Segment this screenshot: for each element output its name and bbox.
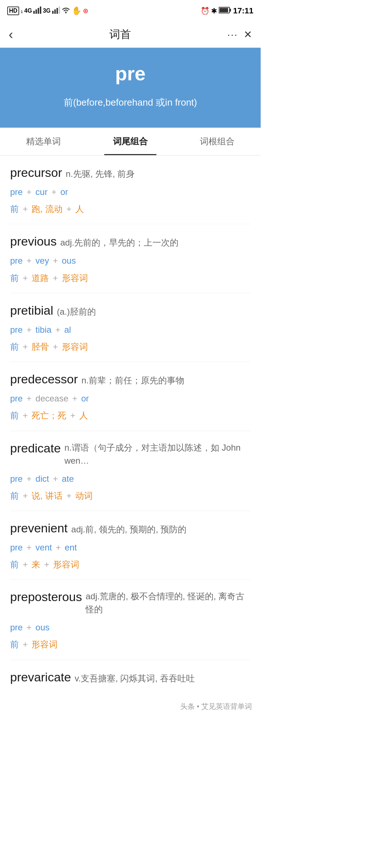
- word-parts: pre + vey + ous: [10, 253, 251, 268]
- svg-rect-4: [52, 11, 54, 14]
- svg-rect-10: [230, 9, 231, 12]
- word-cn: 前 + 来 + 形容词: [10, 557, 251, 572]
- word-parts: pre + cur + or: [10, 184, 251, 200]
- svg-rect-0: [33, 11, 35, 14]
- word-entry-predecessor[interactable]: predecessor n.前辈；前任；原先的事物 pre + decease …: [10, 362, 251, 431]
- status-bar: HD ₁ 4G 3G ✋ ⊛ ⏰ ✱ 17:11: [0, 0, 261, 22]
- word-header: preposterous adj.荒唐的, 极不合情理的, 怪诞的, 离奇古怪的: [10, 590, 251, 616]
- page-title: 词首: [109, 27, 131, 42]
- word-parts: pre + decease + or: [10, 391, 251, 406]
- word-entry-precursor[interactable]: precursor n.先驱, 先锋, 前身 pre + cur + or 前 …: [10, 156, 251, 224]
- word-header: prevenient adj.前, 领先的, 预期的, 预防的: [10, 521, 251, 536]
- network-1-icon: ₁: [21, 8, 23, 14]
- word-entry-prevaricate[interactable]: prevaricate v.支吾搪塞, 闪烁其词, 吞吞吐吐: [10, 660, 251, 696]
- word-parts: pre + tibia + al: [10, 322, 251, 337]
- word-parts: pre + dict + ate: [10, 471, 251, 486]
- huawei-icon: ⊛: [83, 7, 88, 15]
- word-definition: v.支吾搪塞, 闪烁其词, 吞吞吐吐: [75, 672, 195, 685]
- word-header: precursor n.先驱, 先锋, 前身: [10, 166, 251, 180]
- tabs-bar: 精选单词 词尾组合 词根组合: [0, 128, 261, 156]
- word-header: predicate n.谓语（句子成分，对主语加以陈述，如 John wen…: [10, 441, 251, 467]
- word-cn: 前 + 跑, 流动 + 人: [10, 201, 251, 217]
- prefix-display: pre: [7, 62, 253, 85]
- word-cn: 前 + 形容词: [10, 637, 251, 652]
- status-right-icons: ⏰ ✱ 17:11: [201, 6, 253, 16]
- signal-bar-2: [52, 7, 60, 16]
- 3g-icon: 3G: [43, 8, 50, 14]
- word-entry-preposterous[interactable]: preposterous adj.荒唐的, 极不合情理的, 怪诞的, 离奇古怪的…: [10, 580, 251, 660]
- word-definition: adj.先前的，早先的；上一次的: [60, 236, 179, 249]
- svg-point-8: [65, 12, 67, 13]
- svg-rect-6: [56, 8, 58, 14]
- word-header: previous adj.先前的，早先的；上一次的: [10, 234, 251, 249]
- hand-icon: ✋: [72, 6, 81, 16]
- time-display: 17:11: [233, 6, 253, 16]
- word-definition: n.谓语（句子成分，对主语加以陈述，如 John wen…: [64, 441, 251, 467]
- wifi-icon: [62, 7, 70, 16]
- word-entry-prevenient[interactable]: prevenient adj.前, 领先的, 预期的, 预防的 pre + ve…: [10, 511, 251, 580]
- tab-selected-words[interactable]: 精选单词: [0, 128, 87, 155]
- word-name: predicate: [10, 441, 61, 455]
- word-definition: adj.前, 领先的, 预期的, 预防的: [71, 523, 187, 536]
- battery-icon: [219, 7, 232, 16]
- word-name: prevaricate: [10, 670, 71, 684]
- top-nav: ‹ 词首 ··· ✕: [0, 22, 261, 48]
- back-button[interactable]: ‹: [9, 27, 13, 42]
- signal-bar-1: [33, 7, 41, 16]
- tab-root-combo[interactable]: 词根组合: [174, 128, 261, 155]
- word-header: prevaricate v.支吾搪塞, 闪烁其词, 吞吞吐吐: [10, 670, 251, 685]
- word-cn: 前 + 道路 + 形容词: [10, 270, 251, 286]
- svg-rect-3: [40, 7, 41, 14]
- word-name: prevenient: [10, 521, 68, 535]
- footer-watermark: 头条 • 艾见英语背单词: [0, 696, 261, 717]
- word-name: preposterous: [10, 590, 82, 604]
- nav-left: ‹: [9, 27, 13, 42]
- word-name: pretibial: [10, 303, 53, 318]
- word-definition: (a.)胫前的: [57, 305, 96, 318]
- hero-banner: pre 前(before,beforehand 或in front): [0, 48, 261, 128]
- bluetooth-icon: ✱: [211, 7, 217, 15]
- svg-rect-2: [38, 8, 39, 14]
- word-list: precursor n.先驱, 先锋, 前身 pre + cur + or 前 …: [0, 156, 261, 696]
- tab-suffix-combo[interactable]: 词尾组合: [87, 128, 174, 155]
- word-definition: n.前辈；前任；原先的事物: [81, 374, 184, 387]
- 4g-icon: 4G: [24, 8, 32, 14]
- word-definition: adj.荒唐的, 极不合情理的, 怪诞的, 离奇古怪的: [85, 590, 251, 616]
- word-parts: pre + vent + ent: [10, 540, 251, 555]
- nav-right: ··· ✕: [227, 29, 252, 41]
- prefix-meaning: 前(before,beforehand 或in front): [7, 95, 253, 110]
- svg-rect-7: [59, 7, 60, 14]
- word-cn: 前 + 死亡；死 + 人: [10, 408, 251, 423]
- word-cn: 前 + 说, 讲话 + 动词: [10, 488, 251, 503]
- word-name: previous: [10, 234, 57, 248]
- more-button[interactable]: ···: [227, 29, 238, 41]
- svg-rect-5: [54, 9, 56, 14]
- close-button[interactable]: ✕: [244, 29, 252, 41]
- svg-rect-1: [35, 9, 37, 14]
- word-cn: 前 + 胫骨 + 形容词: [10, 339, 251, 354]
- word-header: predecessor n.前辈；前任；原先的事物: [10, 372, 251, 387]
- status-left-icons: HD ₁ 4G 3G ✋ ⊛: [7, 6, 88, 16]
- word-entry-previous[interactable]: previous adj.先前的，早先的；上一次的 pre + vey + ou…: [10, 224, 251, 293]
- svg-rect-11: [219, 8, 228, 12]
- word-entry-pretibial[interactable]: pretibial (a.)胫前的 pre + tibia + al 前 + 胫…: [10, 293, 251, 362]
- word-header: pretibial (a.)胫前的: [10, 303, 251, 318]
- word-name: predecessor: [10, 372, 78, 386]
- word-name: precursor: [10, 166, 62, 180]
- word-definition: n.先驱, 先锋, 前身: [66, 167, 135, 180]
- word-parts: pre + ous: [10, 620, 251, 635]
- alarm-icon: ⏰: [201, 7, 210, 15]
- hd-icon: HD: [7, 7, 19, 15]
- word-entry-predicate[interactable]: predicate n.谓语（句子成分，对主语加以陈述，如 John wen… …: [10, 431, 251, 511]
